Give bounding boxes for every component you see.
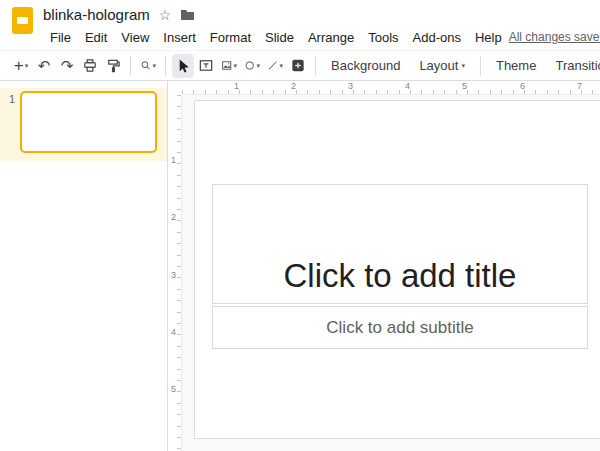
header-right: blinka-hologram ☆ File Edit View Insert … [43, 0, 600, 50]
title-row: blinka-hologram ☆ [43, 0, 600, 26]
toolbar: + ▾ ↶ ↷ ▾ ▾ [0, 50, 600, 81]
paint-format-button[interactable] [102, 54, 124, 78]
ruler-mark: 4 [405, 81, 410, 91]
layout-button[interactable]: Layout ▾ [410, 54, 474, 78]
slide-thumbnail[interactable] [20, 91, 157, 153]
cursor-icon [175, 57, 191, 74]
menu-edit[interactable]: Edit [78, 28, 114, 47]
ruler-mark: 4 [168, 327, 179, 337]
subtitle-placeholder[interactable]: Click to add subtitle [212, 306, 588, 349]
insert-image-button[interactable]: ▾ [218, 54, 240, 78]
menu-addons[interactable]: Add-ons [406, 28, 468, 47]
transition-button[interactable]: Transition [546, 54, 600, 78]
menu-slide[interactable]: Slide [258, 28, 301, 47]
horizontal-ruler: 1 2 3 4 5 6 7 [182, 81, 600, 95]
line-icon [267, 57, 278, 74]
toolbar-separator [130, 56, 131, 76]
caret-down-icon: ▾ [152, 62, 156, 69]
shape-icon [244, 57, 255, 74]
document-title[interactable]: blinka-hologram [43, 6, 150, 23]
menu-format[interactable]: Format [203, 28, 258, 47]
insert-shape-button[interactable]: ▾ [241, 54, 263, 78]
menu-insert[interactable]: Insert [156, 28, 203, 47]
redo-button[interactable]: ↷ [56, 54, 78, 78]
slide-filmstrip: 1 [0, 81, 168, 451]
saved-status-link[interactable]: All changes saved in Drive [509, 30, 600, 44]
menu-arrange[interactable]: Arrange [301, 28, 361, 47]
plus-icon: + [14, 57, 24, 74]
toolbar-separator [315, 56, 316, 76]
ruler-mark: 5 [168, 384, 179, 394]
textbox-icon [198, 57, 214, 74]
undo-button[interactable]: ↶ [33, 54, 55, 78]
vertical-ruler: 1 2 3 4 5 [168, 95, 182, 451]
select-tool-button[interactable] [172, 54, 194, 78]
ruler-mark: 3 [348, 81, 353, 91]
caret-down-icon: ▾ [279, 62, 283, 69]
zoom-icon [140, 57, 151, 74]
ruler-mark: 3 [168, 270, 179, 280]
ruler-mark: 5 [462, 81, 467, 91]
ruler-mark: 1 [234, 81, 239, 91]
ruler-mark: 7 [577, 81, 582, 91]
caret-down-icon: ▾ [461, 62, 465, 69]
menu-file[interactable]: File [43, 28, 78, 47]
caret-down-icon: ▾ [25, 62, 29, 69]
title-placeholder-text: Click to add title [284, 257, 517, 295]
background-button[interactable]: Background [322, 54, 409, 78]
zoom-button[interactable]: ▾ [137, 54, 159, 78]
caret-down-icon: ▾ [256, 62, 260, 69]
image-icon [221, 57, 232, 74]
toolbar-separator [165, 56, 166, 76]
print-button[interactable] [79, 54, 101, 78]
toolbar-separator [480, 56, 481, 76]
folder-icon[interactable] [180, 9, 195, 21]
slide-thumbnail-item[interactable]: 1 [0, 88, 167, 161]
ruler-mark: 2 [168, 212, 179, 222]
slides-logo[interactable] [12, 7, 33, 34]
comment-icon [290, 57, 306, 74]
menu-tools[interactable]: Tools [361, 28, 405, 47]
ruler-mark: 1 [168, 155, 179, 165]
slide-number: 1 [4, 91, 20, 153]
slide-canvas[interactable]: Click to add title Click to add subtitle [182, 95, 600, 451]
app-header: blinka-hologram ☆ File Edit View Insert … [0, 0, 600, 50]
redo-icon: ↷ [61, 58, 74, 73]
ruler-mark: 2 [291, 81, 296, 91]
title-placeholder[interactable]: Click to add title [212, 184, 588, 304]
menu-help[interactable]: Help [468, 28, 509, 47]
subtitle-placeholder-text: Click to add subtitle [326, 318, 473, 338]
theme-button[interactable]: Theme [487, 54, 545, 78]
workspace: 1 2 3 4 5 6 7 1 2 3 4 5 Click to add tit… [168, 81, 600, 451]
slide-page[interactable]: Click to add title Click to add subtitle [194, 100, 600, 439]
star-icon[interactable]: ☆ [159, 8, 172, 22]
caret-down-icon: ▾ [233, 62, 237, 69]
main-content: 1 1 2 3 4 5 6 7 1 2 3 4 5 Click to add t… [0, 81, 600, 451]
menu-bar: File Edit View Insert Format Slide Arran… [43, 26, 600, 48]
insert-line-button[interactable]: ▾ [264, 54, 286, 78]
print-icon [82, 57, 98, 74]
new-slide-button[interactable]: + ▾ [10, 54, 32, 78]
paint-format-icon [105, 57, 121, 74]
ruler-mark: 6 [520, 81, 525, 91]
undo-icon: ↶ [38, 58, 51, 73]
insert-comment-button[interactable] [287, 54, 309, 78]
ruler-corner [168, 81, 182, 95]
menu-view[interactable]: View [114, 28, 156, 47]
layout-button-label: Layout [419, 58, 458, 73]
textbox-tool-button[interactable] [195, 54, 217, 78]
